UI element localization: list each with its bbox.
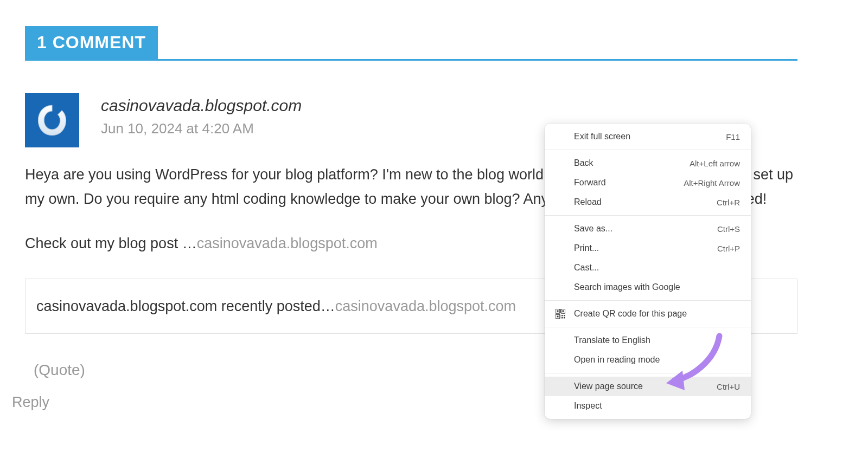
menu-item-translate[interactable]: Translate to English (545, 331, 751, 350)
menu-item-forward[interactable]: Forward Alt+Right Arrow (545, 173, 751, 192)
svg-rect-4 (563, 311, 564, 312)
menu-separator (545, 150, 751, 150)
menu-label: Open in reading mode (574, 355, 660, 365)
menu-item-save-as[interactable]: Save as... Ctrl+S (545, 219, 751, 238)
svg-rect-6 (561, 315, 563, 317)
menu-separator (545, 215, 751, 216)
menu-shortcut: F11 (726, 132, 740, 141)
menu-shortcut: Ctrl+P (717, 244, 740, 253)
menu-label: Translate to English (574, 335, 650, 345)
comment-text: Check out my blog post … (25, 235, 197, 251)
menu-item-exit-fullscreen[interactable]: Exit full screen F11 (545, 127, 751, 146)
context-menu: Exit full screen F11 Back Alt+Left arrow… (545, 124, 751, 419)
comment-blog-link[interactable]: casinovavada.blogspot.com (197, 235, 378, 251)
menu-label: Forward (574, 178, 606, 188)
menu-item-back[interactable]: Back Alt+Left arrow (545, 153, 751, 173)
avatar-icon (34, 102, 71, 139)
menu-item-view-source[interactable]: View page source Ctrl+U (545, 377, 751, 396)
menu-shortcut: Alt+Right Arrow (684, 178, 740, 188)
svg-rect-3 (557, 311, 559, 312)
comment-author-link[interactable]: casinovavada.blogspot.com (101, 96, 302, 115)
menu-item-inspect[interactable]: Inspect (545, 396, 751, 416)
menu-label: Save as... (574, 224, 612, 234)
svg-rect-8 (561, 317, 563, 319)
comment-meta: casinovavada.blogspot.com Jun 10, 2024 a… (101, 96, 302, 137)
menu-label: Search images with Google (574, 282, 680, 292)
menu-item-search-images[interactable]: Search images with Google (545, 277, 751, 297)
menu-label: Back (574, 158, 593, 168)
recent-post-text: casinovavada.blogspot.com recently poste… (36, 298, 335, 314)
menu-separator (545, 327, 751, 327)
menu-separator (545, 300, 751, 301)
menu-shortcut: Ctrl+U (717, 382, 740, 391)
menu-shortcut: Ctrl+S (717, 224, 740, 234)
menu-label: Create QR code for this page (574, 309, 687, 319)
comment-date-link[interactable]: Jun 10, 2024 at 4:20 AM (101, 120, 302, 137)
menu-label: View page source (574, 382, 643, 391)
menu-label: Cast... (574, 263, 599, 273)
svg-rect-7 (564, 315, 565, 317)
menu-label: Reload (574, 197, 602, 207)
avatar (25, 93, 79, 147)
menu-separator (545, 373, 751, 373)
menu-shortcut: Alt+Left arrow (690, 159, 740, 168)
menu-item-cast[interactable]: Cast... (545, 258, 751, 277)
menu-label: Inspect (574, 401, 602, 411)
svg-rect-5 (557, 316, 559, 318)
recent-post-link[interactable]: casinovavada.blogspot.com (335, 298, 516, 314)
menu-item-reading-mode[interactable]: Open in reading mode (545, 350, 751, 370)
svg-rect-9 (564, 317, 565, 319)
menu-item-print[interactable]: Print... Ctrl+P (545, 238, 751, 258)
comment-count-badge: 1 COMMENT (25, 26, 158, 59)
menu-item-create-qr[interactable]: Create QR code for this page (545, 304, 751, 324)
menu-label: Print... (574, 243, 599, 253)
menu-item-reload[interactable]: Reload Ctrl+R (545, 192, 751, 212)
qr-icon (556, 309, 565, 319)
menu-label: Exit full screen (574, 132, 630, 141)
menu-shortcut: Ctrl+R (717, 198, 740, 207)
comments-header: 1 COMMENT (25, 26, 797, 61)
